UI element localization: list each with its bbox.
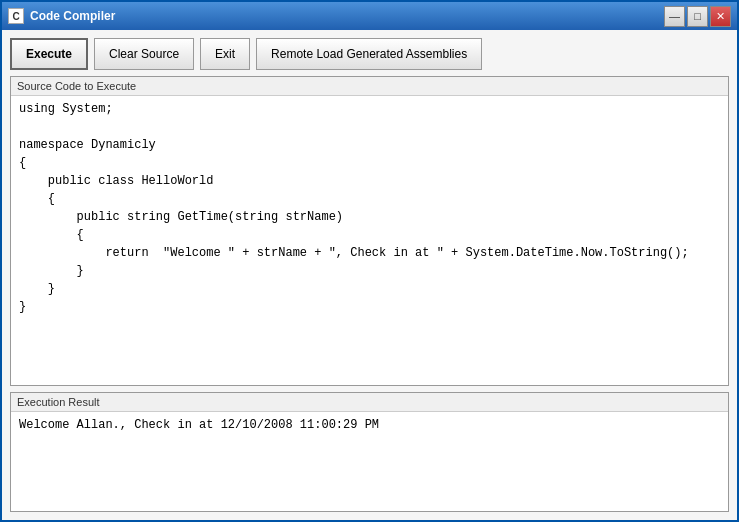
window-title: Code Compiler bbox=[30, 9, 664, 23]
code-area-container: Source Code to Execute using System; nam… bbox=[10, 76, 729, 386]
clear-source-button[interactable]: Clear Source bbox=[94, 38, 194, 70]
remote-load-button[interactable]: Remote Load Generated Assemblies bbox=[256, 38, 482, 70]
title-bar-controls: — □ ✕ bbox=[664, 6, 731, 27]
window-content: Execute Clear Source Exit Remote Load Ge… bbox=[2, 30, 737, 520]
minimize-button[interactable]: — bbox=[664, 6, 685, 27]
exit-button[interactable]: Exit bbox=[200, 38, 250, 70]
execute-button[interactable]: Execute bbox=[10, 38, 88, 70]
close-button[interactable]: ✕ bbox=[710, 6, 731, 27]
maximize-button[interactable]: □ bbox=[687, 6, 708, 27]
main-window: C Code Compiler — □ ✕ Execute Clear Sour… bbox=[0, 0, 739, 522]
code-editor[interactable]: using System; namespace Dynamicly { publ… bbox=[11, 96, 728, 385]
window-icon: C bbox=[8, 8, 24, 24]
result-container: Execution Result Welcome Allan., Check i… bbox=[10, 392, 729, 512]
title-bar: C Code Compiler — □ ✕ bbox=[2, 2, 737, 30]
result-label: Execution Result bbox=[11, 393, 728, 412]
code-area-label: Source Code to Execute bbox=[11, 77, 728, 96]
result-text: Welcome Allan., Check in at 12/10/2008 1… bbox=[11, 412, 728, 438]
toolbar: Execute Clear Source Exit Remote Load Ge… bbox=[10, 38, 729, 70]
